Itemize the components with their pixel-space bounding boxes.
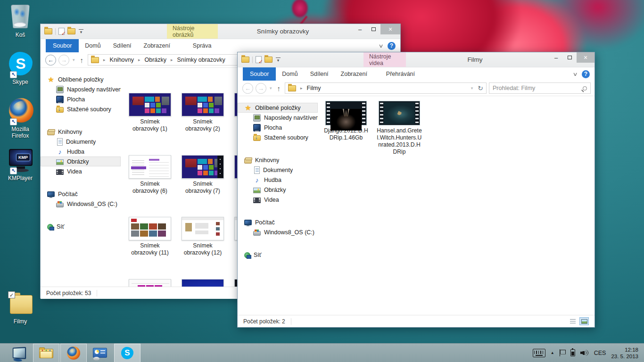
sidebar-item-drive-c[interactable]: Windows8_OS (C:) bbox=[41, 199, 121, 209]
desktop-icon-kmplayer[interactable]: KMP ↖ KMPlayer bbox=[0, 147, 41, 181]
sidebar-item-videos[interactable]: Videa bbox=[41, 166, 121, 176]
tab-file[interactable]: Soubor bbox=[46, 39, 79, 52]
close-button[interactable]: × bbox=[577, 52, 594, 63]
sidebar-item-computer[interactable]: Počítač bbox=[238, 217, 318, 227]
qat-customize-icon[interactable]: ▾ bbox=[275, 58, 281, 62]
maximize-button[interactable] bbox=[563, 52, 577, 63]
breadcrumb-libraries[interactable]: Knihovny bbox=[110, 57, 134, 63]
sidebar-item-downloads[interactable]: Stažené soubory bbox=[41, 104, 121, 114]
address-dropdown-icon[interactable]: ▾ bbox=[470, 86, 474, 90]
taskbar-item-file-explorer[interactable] bbox=[33, 344, 59, 362]
file-item-hansel-gretel[interactable]: Hansel.and.Gretel.Witch.Hunters.Unrated.… bbox=[375, 101, 424, 156]
sidebar-item-favorites[interactable]: ★Oblíbené položky bbox=[238, 103, 318, 113]
taskbar-item-desktop[interactable] bbox=[6, 344, 32, 362]
breadcrumb-pictures[interactable]: Obrázky bbox=[145, 57, 167, 63]
tab-home[interactable]: Domů bbox=[79, 39, 107, 52]
file-item-partial[interactable] bbox=[178, 279, 228, 287]
sidebar-item-drive-c[interactable]: Windows8_OS (C:) bbox=[238, 227, 318, 237]
language-indicator[interactable]: CES bbox=[594, 350, 606, 356]
tab-share[interactable]: Sdílení bbox=[107, 39, 138, 52]
sidebar-item-music[interactable]: ♪Hudba bbox=[41, 147, 121, 156]
tab-play[interactable]: Přehrávání bbox=[380, 67, 421, 81]
help-icon[interactable]: ? bbox=[388, 42, 396, 50]
title-bar[interactable]: ▾ Nástroje videa Filmy – × bbox=[238, 52, 594, 67]
taskbar-clock[interactable]: 12:18 23. 5. 2013 bbox=[611, 346, 638, 360]
contextual-tab-picture-tools[interactable]: Nástroje obrázků bbox=[167, 24, 218, 39]
breadcrumb-movies[interactable]: Filmy bbox=[307, 85, 321, 91]
title-bar[interactable]: ▾ Nástroje obrázků Snímky obrazovky – × bbox=[41, 24, 400, 39]
desktop-icon-recycle-bin[interactable]: Koš bbox=[0, 4, 41, 38]
back-button[interactable]: ← bbox=[242, 83, 253, 94]
up-button[interactable]: ↑ bbox=[78, 56, 86, 64]
refresh-icon[interactable]: ↻ bbox=[478, 84, 483, 92]
sidebar-item-libraries[interactable]: Knihovny bbox=[238, 155, 318, 165]
properties-icon[interactable] bbox=[58, 28, 65, 35]
sidebar-item-pictures[interactable]: Obrázky bbox=[238, 185, 318, 195]
sidebar-item-libraries[interactable]: Knihovny bbox=[41, 127, 121, 137]
touch-keyboard-icon[interactable] bbox=[533, 349, 545, 357]
tab-manage[interactable]: Správa bbox=[187, 39, 218, 52]
sidebar-item-favorites[interactable]: ★Oblíbené položky bbox=[41, 74, 121, 84]
sidebar-item-downloads[interactable]: Stažené soubory bbox=[238, 132, 318, 142]
new-folder-icon[interactable] bbox=[67, 28, 75, 34]
file-item-partial[interactable] bbox=[125, 279, 175, 287]
sidebar-item-desktop[interactable]: Plocha bbox=[238, 123, 318, 132]
up-button[interactable]: ↑ bbox=[275, 84, 283, 92]
details-view-button[interactable] bbox=[568, 317, 578, 325]
history-dropdown-icon[interactable]: ▾ bbox=[269, 86, 273, 90]
sidebar-item-network[interactable]: Síť bbox=[41, 222, 121, 231]
qat-customize-icon[interactable]: ▾ bbox=[78, 29, 84, 34]
taskbar-item-firefox[interactable] bbox=[60, 344, 87, 362]
breadcrumb-screenshots[interactable]: Snímky obrazovky bbox=[177, 57, 225, 63]
file-item[interactable]: Snímek obrazovky (2) bbox=[178, 93, 228, 132]
ribbon-expand-icon[interactable]: ∨ bbox=[572, 71, 578, 77]
tab-view[interactable]: Zobrazení bbox=[138, 39, 176, 52]
tab-home[interactable]: Domů bbox=[276, 67, 304, 81]
help-icon[interactable]: ? bbox=[582, 70, 590, 78]
action-center-flag-icon[interactable] bbox=[560, 349, 565, 356]
search-icon[interactable] bbox=[583, 86, 587, 90]
search-box[interactable] bbox=[489, 82, 591, 94]
contextual-tab-video-tools[interactable]: Nástroje videa bbox=[363, 52, 406, 67]
ribbon-expand-icon[interactable]: ∨ bbox=[378, 43, 383, 49]
sidebar-item-videos[interactable]: Videa bbox=[238, 195, 318, 205]
tab-view[interactable]: Zobrazení bbox=[335, 67, 373, 81]
file-item[interactable]: Snímek obrazovky (1) bbox=[125, 93, 175, 132]
minimize-button[interactable]: – bbox=[353, 24, 367, 34]
new-folder-icon[interactable] bbox=[264, 57, 272, 63]
history-dropdown-icon[interactable]: ▾ bbox=[72, 58, 76, 62]
forward-button[interactable]: → bbox=[58, 55, 69, 66]
sidebar-item-recent[interactable]: Naposledy navštívené bbox=[238, 113, 318, 123]
thumbnail-view-button[interactable] bbox=[579, 317, 589, 325]
sidebar-item-desktop[interactable]: Plocha bbox=[41, 94, 121, 104]
checkbox-checked-icon[interactable]: ✓ bbox=[8, 291, 15, 298]
sidebar-item-documents[interactable]: Dokumenty bbox=[41, 137, 121, 147]
file-item[interactable]: Snímek obrazovky (6) bbox=[125, 155, 175, 195]
desktop-icon-firefox[interactable]: ↖ Mozilla Firefox bbox=[0, 98, 41, 139]
close-button[interactable]: × bbox=[380, 24, 400, 34]
sidebar-item-recent[interactable]: Naposledy navštívené bbox=[41, 84, 121, 94]
sidebar-item-music[interactable]: ♪Hudba bbox=[238, 175, 318, 185]
taskbar-item-skype[interactable]: S bbox=[114, 344, 140, 362]
volume-icon[interactable] bbox=[580, 349, 589, 356]
maximize-button[interactable] bbox=[367, 24, 380, 34]
battery-icon[interactable] bbox=[570, 349, 575, 356]
forward-button[interactable]: → bbox=[256, 83, 266, 94]
file-item-django[interactable]: Django.2012.D.HDRip.1.46Gb bbox=[322, 101, 371, 141]
sidebar-item-network[interactable]: Síť bbox=[238, 250, 318, 260]
tab-file[interactable]: Soubor bbox=[243, 67, 276, 81]
properties-icon[interactable] bbox=[256, 56, 262, 63]
file-item[interactable]: Snímek obrazovky (11) bbox=[125, 217, 175, 256]
address-bar[interactable]: ▸ Filmy ▾ ↻ bbox=[285, 82, 487, 94]
sidebar-item-documents[interactable]: Dokumenty bbox=[238, 165, 318, 175]
sidebar-item-computer[interactable]: Počítač bbox=[41, 189, 121, 199]
file-item[interactable]: Snímek obrazovky (7) bbox=[178, 155, 228, 195]
taskbar-item-system-app[interactable] bbox=[87, 344, 113, 362]
desktop-icon-filmy[interactable]: ✓ Filmy bbox=[0, 293, 41, 325]
file-item[interactable]: Snímek obrazovky (12) bbox=[178, 217, 228, 256]
tab-share[interactable]: Sdílení bbox=[304, 67, 335, 81]
sidebar-item-pictures[interactable]: Obrázky bbox=[41, 156, 121, 166]
search-input[interactable] bbox=[493, 85, 583, 91]
show-hidden-icons[interactable]: ▲ bbox=[551, 351, 554, 355]
desktop-icon-skype[interactable]: S ↖ Skype bbox=[0, 51, 41, 85]
